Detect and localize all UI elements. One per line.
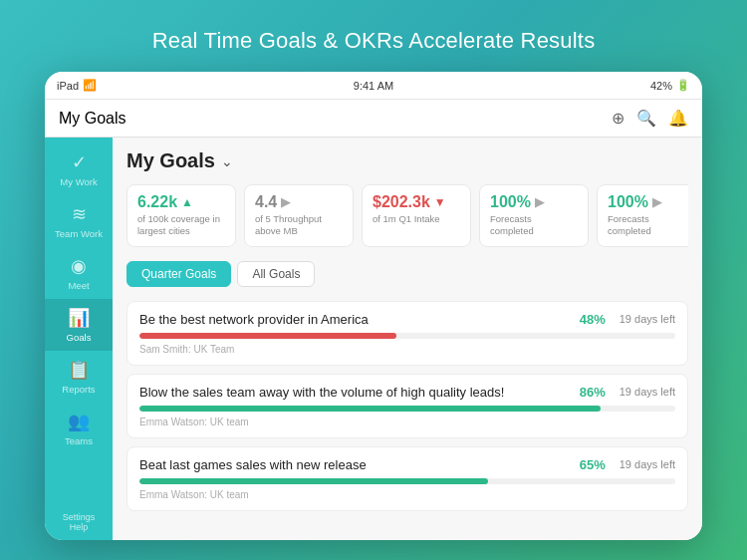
add-icon[interactable]: ⊕ (612, 109, 624, 128)
meet-icon: ◉ (71, 255, 87, 277)
sidebar-item-my-work[interactable]: ✓ My Work (45, 143, 113, 195)
my-work-icon: ✓ (72, 151, 87, 173)
sidebar-label-meet: Meet (68, 280, 89, 291)
progress-bg-2 (139, 478, 675, 484)
goal-row-2: Beat last games sales with new release 6… (139, 457, 675, 472)
tab-row: Quarter Goals All Goals (126, 261, 688, 287)
battery-level: 42% (650, 80, 672, 92)
arrow-right-icon-1: ▶ (281, 195, 290, 209)
sidebar-item-team-work[interactable]: ≋ Team Work (45, 195, 113, 247)
sidebar-item-meet[interactable]: ◉ Meet (45, 247, 113, 299)
kpi-cards-row: 6.22k ▲ of 100k coverage in largest citi… (126, 184, 688, 247)
teams-icon: 👥 (68, 411, 90, 432)
kpi-card-2: $202.3k ▼ of 1m Q1 Intake (362, 184, 471, 247)
kpi-value-4: 100% ▶ (608, 193, 688, 211)
progress-bg-1 (139, 406, 675, 412)
progress-fill-0 (139, 333, 396, 339)
progress-fill-2 (139, 478, 488, 484)
bell-icon[interactable]: 🔔 (668, 109, 688, 128)
kpi-card-3: 100% ▶ Forecasts completed (479, 184, 589, 247)
content-area: My Goals ⌄ 6.22k ▲ of 100k coverage in l… (113, 138, 702, 540)
arrow-down-icon-2: ▼ (434, 195, 446, 209)
arrow-right-icon-3: ▶ (535, 195, 544, 209)
kpi-label-0: of 100k coverage in largest cities (137, 213, 225, 238)
goal-name-0: Be the best network provider in America (139, 312, 570, 327)
sidebar: ✓ My Work ≋ Team Work ◉ Meet 📊 Goals 📋 R… (45, 138, 113, 540)
goal-days-2: 19 days left (620, 458, 675, 470)
page-headline: Real Time Goals & OKRs Accelerate Result… (152, 28, 596, 54)
goal-name-2: Beat last games sales with new release (139, 457, 570, 472)
kpi-card-1: 4.4 ▶ of 5 Throughput above MB (244, 184, 354, 247)
team-work-icon: ≋ (72, 203, 87, 225)
kpi-label-2: of 1m Q1 Intake (373, 213, 460, 225)
sidebar-bottom: Settings Help (63, 504, 96, 540)
goals-title: My Goals (126, 149, 215, 172)
sidebar-label-reports: Reports (62, 384, 95, 395)
arrow-right-icon-4: ▶ (652, 195, 661, 209)
status-bar: iPad 📶 9:41 AM 42% 🔋 (45, 72, 702, 100)
goal-name-1: Blow the sales team away with the volume… (139, 385, 570, 400)
sidebar-label-my-work: My Work (60, 176, 97, 187)
kpi-value-2: $202.3k ▼ (373, 193, 460, 211)
status-left: iPad 📶 (57, 79, 97, 92)
sidebar-item-teams[interactable]: 👥 Teams (45, 403, 113, 454)
chevron-down-icon[interactable]: ⌄ (221, 153, 233, 169)
kpi-card-0: 6.22k ▲ of 100k coverage in largest citi… (126, 184, 236, 247)
goal-owner-1: Emma Watson: UK team (139, 417, 675, 427)
progress-bg-0 (139, 333, 675, 339)
sidebar-label-teams: Teams (65, 435, 93, 446)
device-frame: iPad 📶 9:41 AM 42% 🔋 My Goals ⊕ 🔍 🔔 ✓ My… (45, 72, 702, 540)
goal-percent-0: 48% (580, 312, 606, 327)
goal-owner-0: Sam Smith: UK Team (139, 344, 675, 355)
goal-item-0: Be the best network provider in America … (126, 301, 688, 366)
goal-days-0: 19 days left (620, 313, 675, 325)
search-icon[interactable]: 🔍 (636, 109, 656, 128)
goal-row-0: Be the best network provider in America … (139, 312, 675, 327)
help-label[interactable]: Help (63, 522, 96, 532)
kpi-value-0: 6.22k ▲ (137, 193, 225, 211)
wifi-icon: 📶 (83, 79, 97, 92)
progress-fill-1 (139, 406, 601, 412)
tab-all-goals[interactable]: All Goals (237, 261, 315, 287)
kpi-label-1: of 5 Throughput above MB (255, 213, 343, 238)
sidebar-label-goals: Goals (67, 332, 92, 343)
tab-quarter-goals[interactable]: Quarter Goals (126, 261, 231, 287)
arrow-up-icon-0: ▲ (181, 195, 193, 209)
nav-icons: ⊕ 🔍 🔔 (612, 109, 688, 128)
goals-icon: 📊 (68, 307, 90, 329)
goal-item-1: Blow the sales team away with the volume… (126, 374, 688, 438)
goal-owner-2: Emma Watson: UK team (139, 489, 675, 500)
sidebar-item-reports[interactable]: 📋 Reports (45, 351, 113, 403)
goal-percent-2: 65% (580, 457, 606, 472)
nav-title: My Goals (59, 110, 126, 128)
goal-row-1: Blow the sales team away with the volume… (139, 385, 675, 400)
kpi-card-4: 100% ▶ Forecasts completed (597, 184, 688, 247)
status-right: 42% 🔋 (650, 79, 690, 92)
goal-item-2: Beat last games sales with new release 6… (126, 446, 688, 511)
status-time: 9:41 AM (354, 80, 393, 92)
goals-header: My Goals ⌄ (126, 149, 688, 172)
device-label: iPad (57, 80, 79, 92)
battery-icon: 🔋 (676, 79, 690, 92)
sidebar-label-team-work: Team Work (55, 228, 103, 239)
goal-percent-1: 86% (580, 385, 606, 400)
nav-bar: My Goals ⊕ 🔍 🔔 (45, 100, 702, 138)
kpi-label-4: Forecasts completed (608, 213, 688, 238)
main-content: ✓ My Work ≋ Team Work ◉ Meet 📊 Goals 📋 R… (45, 138, 702, 540)
reports-icon: 📋 (68, 359, 90, 381)
kpi-label-3: Forecasts completed (490, 213, 578, 238)
kpi-value-3: 100% ▶ (490, 193, 578, 211)
settings-label[interactable]: Settings (63, 512, 96, 522)
goal-days-1: 19 days left (620, 386, 675, 398)
sidebar-item-goals[interactable]: 📊 Goals (45, 299, 113, 351)
kpi-value-1: 4.4 ▶ (255, 193, 343, 211)
